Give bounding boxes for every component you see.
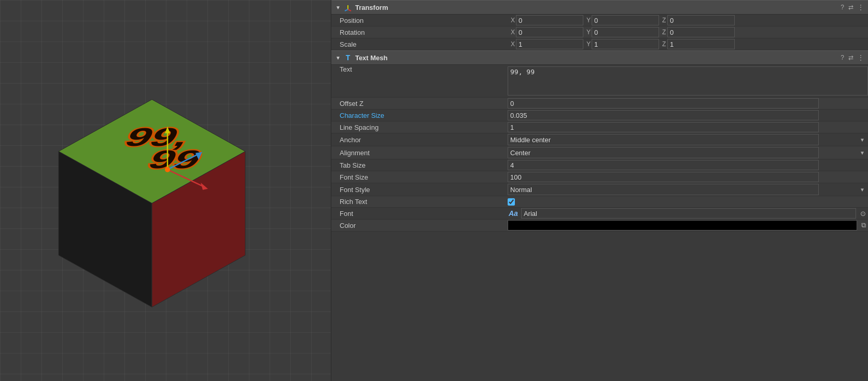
position-label: Position — [331, 17, 508, 24]
font_style-select-wrapper: NormalBoldItalicBoldAndItalic ▼ — [508, 184, 868, 195]
scale-x-input[interactable] — [516, 39, 583, 49]
rich_text-checkbox[interactable] — [508, 198, 515, 206]
rotation-x-input[interactable] — [516, 27, 583, 37]
line_spacing-label: Line Spacing — [331, 124, 508, 131]
font_style-select[interactable]: NormalBoldItalicBoldAndItalic — [508, 184, 819, 195]
font_style-row: Font Style NormalBoldItalicBoldAndItalic… — [331, 183, 868, 196]
transform-more-icon[interactable]: ⋮ — [858, 4, 864, 11]
scale-label: Scale — [331, 40, 508, 48]
scale-row: Scale X Y Z — [331, 38, 868, 50]
transform-section-header[interactable]: ▼ Transform ? ⇄ ⋮ — [331, 0, 868, 15]
offset_z-value — [508, 98, 868, 108]
font-row: Font Aa ⊙ — [331, 208, 868, 220]
position-value: X Y Z — [508, 15, 868, 25]
viewport[interactable]: 99, 99 99, 99 — [0, 0, 331, 381]
alignment-select[interactable]: LeftCenterRight — [508, 147, 819, 158]
position-z-input[interactable] — [667, 15, 735, 25]
tab_size-label: Tab Size — [331, 161, 508, 169]
rotation-z-input[interactable] — [667, 27, 735, 37]
textmesh-icon: T — [344, 53, 352, 62]
scale-y-label: Y — [583, 40, 592, 48]
anchor-row: Anchor Upper leftUpper centerUpper right… — [331, 133, 868, 146]
text-label: Text — [331, 65, 508, 73]
line_spacing-input[interactable] — [508, 122, 819, 132]
anchor-select[interactable]: Upper leftUpper centerUpper rightMiddle … — [508, 134, 819, 145]
rotation-y-label: Y — [583, 29, 592, 36]
rich_text-value — [508, 198, 868, 206]
textmesh-more-icon[interactable]: ⋮ — [858, 54, 864, 61]
font-icon: Aa — [508, 209, 519, 217]
cube-3d: 99, 99 99, 99 — [17, 69, 287, 340]
rich_text-label: Rich Text — [331, 198, 508, 206]
textmesh-help-icon[interactable]: ? — [841, 54, 844, 61]
color-picker-icon[interactable]: ⧉ — [859, 221, 868, 229]
font-target-icon[interactable]: ⊙ — [858, 210, 868, 217]
font_style-label: Font Style — [331, 186, 508, 194]
scale-value: X Y Z — [508, 39, 868, 49]
font-input[interactable] — [521, 208, 856, 219]
offset_z-label: Offset Z — [331, 100, 508, 107]
line_spacing-value — [508, 122, 868, 132]
color-swatch[interactable] — [508, 220, 857, 230]
font_size-value — [508, 172, 868, 182]
font_size-input[interactable] — [508, 172, 819, 182]
anchor-select-wrapper: Upper leftUpper centerUpper rightMiddle … — [508, 134, 868, 145]
textmesh-settings-icon[interactable]: ⇄ — [848, 54, 853, 61]
color-color-row: ⧉ — [508, 220, 868, 230]
alignment-row: Alignment LeftCenterRight ▼ — [331, 146, 868, 159]
character_size-input[interactable] — [508, 110, 819, 120]
color-value: ⧉ — [508, 220, 868, 230]
anchor-label: Anchor — [331, 136, 508, 144]
rich_text-row: Rich Text — [331, 196, 868, 208]
character_size-label: Character Size — [331, 112, 508, 119]
position-y-input[interactable] — [592, 15, 659, 25]
rotation-y-input[interactable] — [592, 27, 659, 37]
color-row: Color ⧉ — [331, 220, 868, 232]
scale-z-input[interactable] — [667, 39, 735, 49]
textmesh-content: Text 99, 99 Offset Z Character Size Line… — [331, 65, 868, 232]
tab_size-row: Tab Size — [331, 159, 868, 171]
font_style-value: NormalBoldItalicBoldAndItalic ▼ — [508, 184, 868, 195]
alignment-value: LeftCenterRight ▼ — [508, 147, 868, 158]
tab_size-value — [508, 160, 868, 170]
line_spacing-row: Line Spacing — [331, 121, 868, 133]
tab_size-input[interactable] — [508, 160, 819, 170]
offset_z-input[interactable] — [508, 98, 819, 108]
offset_z-row: Offset Z — [331, 98, 868, 110]
rotation-value: X Y Z — [508, 27, 868, 37]
scale-x-label: X — [508, 40, 516, 48]
position-row: Position X Y Z — [331, 15, 868, 26]
transform-icon — [344, 3, 352, 11]
font_style-dropdown-arrow: ▼ — [860, 187, 865, 193]
transform-settings-icon[interactable]: ⇄ — [848, 4, 853, 11]
character_size-value — [508, 110, 868, 120]
position-x-label: X — [508, 17, 516, 24]
font_size-row: Font Size — [331, 171, 868, 183]
font-font-row: Aa ⊙ — [508, 208, 868, 219]
position-y-label: Y — [583, 17, 592, 24]
text-row: Text 99, 99 — [331, 65, 868, 98]
character_size-row: Character Size — [331, 110, 868, 121]
color-label: Color — [331, 222, 508, 229]
position-x-input[interactable] — [516, 15, 583, 25]
transform-help-icon[interactable]: ? — [841, 4, 844, 11]
scale-y-input[interactable] — [592, 39, 659, 49]
inspector-panel: ▼ Transform ? ⇄ ⋮ Position X Y — [331, 0, 868, 381]
scale-z-label: Z — [659, 40, 667, 48]
position-z-label: Z — [659, 17, 667, 24]
alignment-select-wrapper: LeftCenterRight ▼ — [508, 147, 868, 158]
transform-collapse[interactable]: ▼ — [335, 5, 341, 10]
rotation-z-label: Z — [659, 29, 667, 36]
font-label: Font — [331, 210, 508, 217]
textmesh-collapse[interactable]: ▼ — [335, 55, 341, 61]
textmesh-section-header[interactable]: ▼ T Text Mesh ? ⇄ ⋮ — [331, 50, 868, 65]
transform-content: Position X Y Z Rotation X Y — [331, 15, 868, 50]
font-value: Aa ⊙ — [508, 208, 868, 219]
anchor-dropdown-arrow: ▼ — [860, 137, 865, 143]
svg-line-15 — [348, 9, 351, 11]
svg-line-16 — [345, 9, 348, 11]
rotation-x-label: X — [508, 29, 516, 36]
rotation-label: Rotation — [331, 29, 508, 36]
text-textarea[interactable]: 99, 99 — [508, 66, 868, 96]
alignment-dropdown-arrow: ▼ — [860, 150, 865, 156]
